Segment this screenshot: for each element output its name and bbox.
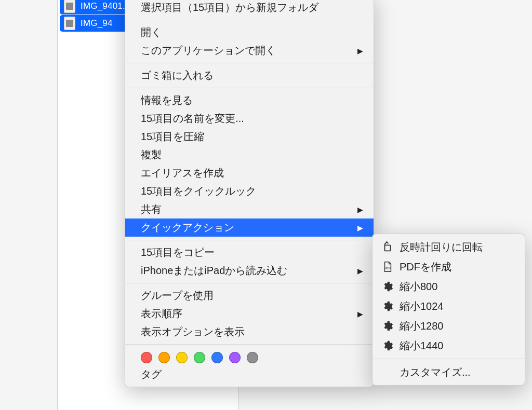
menu-label: 表示順序 (141, 307, 182, 321)
submenu-rotate-ccw[interactable]: 反時計回りに回転 (373, 237, 525, 257)
pdf-file-icon: PDF (382, 261, 393, 272)
menu-open-with[interactable]: このアプリケーションで開く ▶ (125, 42, 374, 60)
menu-label: 情報を見る (141, 93, 193, 107)
menu-label: グループを使用 (141, 289, 214, 303)
menu-label: 15項目の名前を変更... (141, 112, 244, 126)
submenu-label: 縮小1024 (400, 299, 444, 313)
menu-label: ゴミ箱に入れる (141, 69, 214, 83)
tag-green[interactable] (194, 352, 205, 363)
menu-duplicate[interactable]: 複製 (125, 146, 374, 164)
menu-label: iPhoneまたはiPadから読み込む (141, 264, 287, 278)
gear-icon (382, 340, 393, 351)
menu-rename[interactable]: 15項目の名前を変更... (125, 110, 374, 128)
menu-label: クイックアクション (141, 221, 234, 235)
menu-copy[interactable]: 15項目をコピー (125, 243, 374, 262)
menu-label: 複製 (141, 148, 162, 162)
menu-new-folder-from-selection[interactable]: 選択項目（15項目）から新規フォルダ (125, 0, 374, 17)
rotate-ccw-icon (382, 241, 393, 253)
submenu-shrink-1440[interactable]: 縮小1440 (373, 336, 525, 356)
tag-purple[interactable] (229, 352, 241, 363)
spacer-icon (382, 366, 393, 378)
submenu-arrow-icon: ▶ (357, 310, 363, 318)
menu-get-info[interactable]: 情報を見る (125, 91, 374, 110)
submenu-arrow-icon: ▶ (357, 47, 363, 55)
menu-label: 15項目をクイックルック (141, 184, 256, 198)
submenu-label: 縮小1440 (400, 339, 444, 353)
submenu-label: 縮小800 (400, 280, 437, 294)
submenu-label: 反時計回りに回転 (400, 240, 483, 254)
submenu-arrow-icon: ▶ (357, 206, 363, 214)
submenu-shrink-1024[interactable]: 縮小1024 (373, 296, 525, 316)
menu-separator (125, 20, 374, 20)
menu-label: タグ (141, 368, 162, 380)
menu-tags-label: タグ (125, 365, 374, 381)
submenu-arrow-icon: ▶ (357, 224, 363, 232)
menu-separator (125, 344, 374, 345)
menu-make-alias[interactable]: エイリアスを作成 (125, 164, 374, 182)
menu-import-from-iphone-ipad[interactable]: iPhoneまたはiPadから読み込む ▶ (125, 262, 374, 280)
menu-label: 表示オプションを表示 (141, 325, 245, 339)
menu-separator (125, 283, 374, 283)
submenu-customize[interactable]: カスタマイズ... (373, 362, 525, 382)
menu-share[interactable]: 共有 ▶ (125, 200, 374, 218)
submenu-shrink-800[interactable]: 縮小800 (373, 277, 525, 296)
menu-separator (373, 359, 525, 359)
file-name: IMG_94 (81, 18, 113, 29)
menu-use-groups[interactable]: グループを使用 (125, 286, 374, 305)
submenu-create-pdf[interactable]: PDF PDFを作成 (373, 257, 525, 277)
submenu-label: カスタマイズ... (400, 365, 471, 379)
submenu-label: PDFを作成 (400, 260, 451, 274)
tag-color-row (125, 348, 374, 365)
menu-label: 15項目を圧縮 (141, 130, 204, 144)
tag-gray[interactable] (247, 352, 258, 363)
menu-move-to-trash[interactable]: ゴミ箱に入れる (125, 66, 374, 85)
tag-blue[interactable] (211, 352, 223, 363)
image-file-icon (64, 17, 75, 30)
tag-red[interactable] (141, 352, 152, 363)
quick-actions-submenu: 反時計回りに回転 PDF PDFを作成 縮小800 縮小1024 縮小1280 (372, 234, 525, 386)
menu-label: 選択項目（15項目）から新規フォルダ (141, 1, 318, 15)
gear-icon (382, 300, 393, 312)
menu-label: エイリアスを作成 (141, 166, 224, 180)
svg-text:PDF: PDF (385, 267, 392, 270)
menu-label: 15項目をコピー (141, 245, 215, 259)
menu-label: このアプリケーションで開く (141, 44, 276, 58)
menu-separator (125, 88, 374, 88)
svg-rect-0 (385, 245, 391, 251)
submenu-arrow-icon: ▶ (357, 267, 363, 275)
context-menu: 選択項目（15項目）から新規フォルダ 開く このアプリケーションで開く ▶ ゴミ… (125, 0, 374, 387)
menu-sort-by[interactable]: 表示順序 ▶ (125, 305, 374, 323)
menu-show-view-options[interactable]: 表示オプションを表示 (125, 323, 374, 341)
menu-open[interactable]: 開く (125, 23, 374, 42)
menu-quick-actions[interactable]: クイックアクション ▶ (125, 218, 374, 237)
menu-quick-look[interactable]: 15項目をクイックルック (125, 182, 374, 200)
tag-yellow[interactable] (176, 352, 188, 363)
menu-label: 共有 (141, 202, 162, 216)
gear-icon (382, 320, 393, 332)
menu-separator (125, 240, 374, 240)
gear-icon (382, 281, 393, 292)
menu-compress[interactable]: 15項目を圧縮 (125, 128, 374, 146)
submenu-label: 縮小1280 (400, 319, 444, 333)
image-file-icon (64, 0, 75, 13)
tag-orange[interactable] (158, 352, 170, 363)
menu-separator (125, 63, 374, 63)
submenu-shrink-1280[interactable]: 縮小1280 (373, 316, 525, 336)
menu-label: 開く (141, 25, 162, 39)
